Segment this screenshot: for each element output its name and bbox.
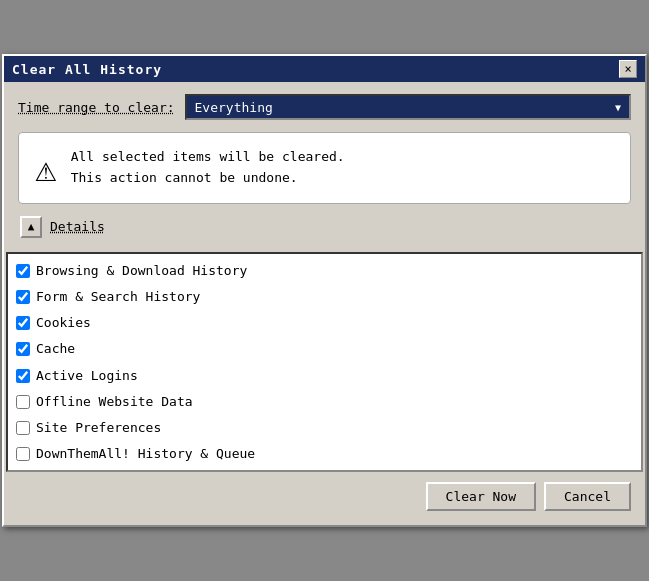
downthemall-checkbox[interactable] [16, 447, 30, 461]
dropdown-selected-value: Everything [195, 100, 273, 115]
clear-now-button[interactable]: Clear Now [426, 482, 536, 511]
browsing-checkbox[interactable] [16, 264, 30, 278]
site-label[interactable]: Site Preferences [36, 419, 161, 437]
warning-icon: ⚠️ [35, 148, 57, 189]
close-button[interactable]: × [619, 60, 637, 78]
list-item: Active Logins [14, 363, 635, 389]
dropdown-arrow-icon: ▼ [615, 102, 621, 113]
cache-label[interactable]: Cache [36, 340, 75, 358]
list-item: Cache [14, 336, 635, 362]
list-item: DownThemAll! History & Queue [14, 441, 635, 467]
checklist: Browsing & Download History Form & Searc… [8, 254, 641, 470]
warning-text: All selected items will be cleared. This… [71, 147, 345, 189]
warning-line-2: This action cannot be undone. [71, 168, 345, 189]
browsing-label[interactable]: Browsing & Download History [36, 262, 247, 280]
site-checkbox[interactable] [16, 421, 30, 435]
cancel-button[interactable]: Cancel [544, 482, 631, 511]
cache-checkbox[interactable] [16, 342, 30, 356]
warning-line-1: All selected items will be cleared. [71, 147, 345, 168]
checklist-container: Browsing & Download History Form & Searc… [6, 252, 643, 472]
form-checkbox[interactable] [16, 290, 30, 304]
cookies-label[interactable]: Cookies [36, 314, 91, 332]
time-range-row: Time range to clear: Everything ▼ [18, 94, 631, 120]
list-item: Offline Website Data [14, 389, 635, 415]
offline-label[interactable]: Offline Website Data [36, 393, 193, 411]
list-item: Form & Search History [14, 284, 635, 310]
list-item: Browsing & Download History [14, 258, 635, 284]
time-range-label: Time range to clear: [18, 100, 175, 115]
logins-label[interactable]: Active Logins [36, 367, 138, 385]
offline-checkbox[interactable] [16, 395, 30, 409]
details-toggle-button[interactable]: ▲ [20, 216, 42, 238]
form-label[interactable]: Form & Search History [36, 288, 200, 306]
cookies-checkbox[interactable] [16, 316, 30, 330]
time-range-dropdown-container: Everything ▼ [185, 94, 631, 120]
downthemall-label[interactable]: DownThemAll! History & Queue [36, 445, 255, 463]
list-item: Site Preferences [14, 415, 635, 441]
dialog-title: Clear All History [12, 62, 162, 77]
list-item: Cookies [14, 310, 635, 336]
title-bar: Clear All History × [4, 56, 645, 82]
button-row: Clear Now Cancel [4, 472, 645, 515]
clear-history-dialog: Clear All History × Time range to clear:… [2, 54, 647, 527]
dialog-content: Time range to clear: Everything ▼ ⚠️ All… [4, 82, 645, 252]
details-label: Details [50, 219, 105, 234]
time-range-dropdown[interactable]: Everything ▼ [185, 94, 631, 120]
details-row: ▲ Details [18, 216, 631, 238]
warning-box: ⚠️ All selected items will be cleared. T… [18, 132, 631, 204]
logins-checkbox[interactable] [16, 369, 30, 383]
